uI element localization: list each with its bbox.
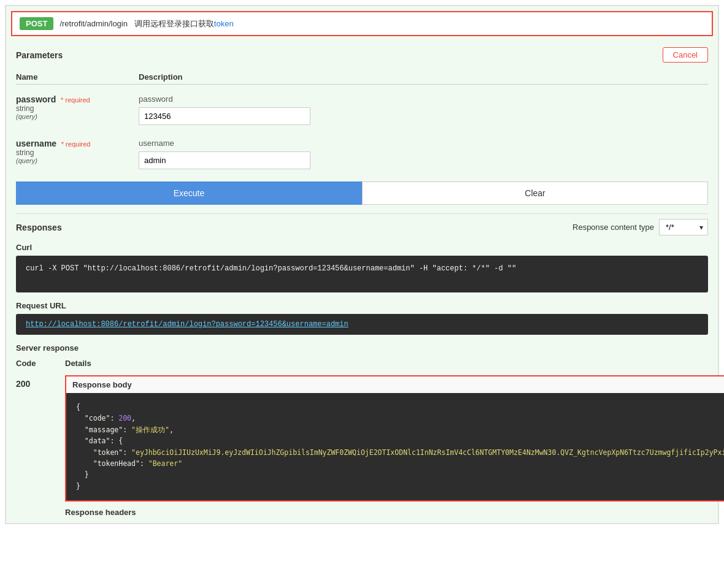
password-type: string xyxy=(16,104,133,113)
parameters-header: Parameters Cancel xyxy=(16,47,708,63)
clear-button[interactable]: Clear xyxy=(362,181,708,205)
response-table-header: Code Details xyxy=(16,356,708,370)
responses-header: Responses Response content type */* xyxy=(16,219,708,235)
response-details-col: Response body { "code": 200, "massage": … xyxy=(65,375,724,517)
response-content-type-row: Response content type */* xyxy=(572,219,708,235)
curl-code-block: curl -X POST "http://localhost:8086/retr… xyxy=(16,256,708,292)
code-col-header: Code xyxy=(16,359,65,368)
parameters-section: Parameters Cancel Name Description passw… xyxy=(6,41,718,523)
response-code-200: 200 xyxy=(16,375,65,389)
username-query: (query) xyxy=(16,157,133,164)
responses-title: Responses xyxy=(16,223,62,232)
execute-button[interactable]: Execute xyxy=(16,181,362,205)
col-name-header: Name xyxy=(16,72,139,82)
post-path: /retrofit/admin/login 调用远程登录接口获取token xyxy=(60,18,233,29)
response-body-container: Response body { "code": 200, "massage": … xyxy=(65,375,724,502)
password-query: (query) xyxy=(16,113,133,120)
server-response-label: Server response xyxy=(16,343,708,353)
username-name-row: username * required xyxy=(16,139,133,148)
params-table: Name Description password * required str… xyxy=(16,70,708,173)
main-container: POST /retrofit/admin/login 调用远程登录接口获取tok… xyxy=(5,5,719,524)
path-description: 调用远程登录接口获取token xyxy=(134,19,234,28)
password-param-row: password * required string (query) passw… xyxy=(16,91,708,129)
separator-1 xyxy=(16,213,708,214)
cancel-button[interactable]: Cancel xyxy=(663,47,708,63)
content-type-select[interactable]: */* xyxy=(659,219,708,235)
request-url-text: http://localhost:8086/retrofit/admin/log… xyxy=(26,320,349,329)
password-name-col: password * required string (query) xyxy=(16,94,139,125)
request-url-block: http://localhost:8086/retrofit/admin/log… xyxy=(16,314,708,335)
curl-label: Curl xyxy=(16,243,708,252)
response-body-code: { "code": 200, "massage": "操作成功", "data"… xyxy=(66,393,724,500)
parameters-title: Parameters xyxy=(16,50,63,60)
action-buttons: Execute Clear xyxy=(16,181,708,205)
username-input[interactable] xyxy=(139,151,310,169)
params-table-header: Name Description xyxy=(16,70,708,85)
col-description-header: Description xyxy=(139,72,708,82)
token-link[interactable]: token xyxy=(214,19,234,28)
password-description: password xyxy=(139,94,708,104)
username-type: string xyxy=(16,148,133,157)
password-name-row: password * required xyxy=(16,94,133,104)
password-required: * required xyxy=(61,96,90,104)
content-type-select-wrapper: */* xyxy=(659,219,708,235)
username-required: * required xyxy=(61,140,91,148)
path-text: /retrofit/admin/login xyxy=(60,19,128,28)
post-badge: POST xyxy=(20,17,53,30)
response-body-title: Response body xyxy=(66,376,724,393)
password-desc-col: password xyxy=(139,94,708,125)
rct-label: Response content type xyxy=(572,223,654,232)
username-description: username xyxy=(139,139,708,148)
username-name-col: username * required string (query) xyxy=(16,139,139,169)
username-desc-col: username xyxy=(139,139,708,169)
post-header: POST /retrofit/admin/login 调用远程登录接口获取tok… xyxy=(11,11,713,36)
details-col-header: Details xyxy=(65,359,708,368)
response-json: { "code": 200, "massage": "操作成功", "data"… xyxy=(76,402,724,492)
response-headers-label: Response headers xyxy=(65,508,724,517)
request-url-label: Request URL xyxy=(16,301,708,310)
password-param-name: password xyxy=(16,94,56,104)
username-param-row: username * required string (query) usern… xyxy=(16,135,708,173)
username-param-name: username xyxy=(16,139,56,148)
password-input[interactable] xyxy=(139,107,310,125)
response-row-200: 200 Response body { "code": 200, "massag… xyxy=(16,375,708,517)
